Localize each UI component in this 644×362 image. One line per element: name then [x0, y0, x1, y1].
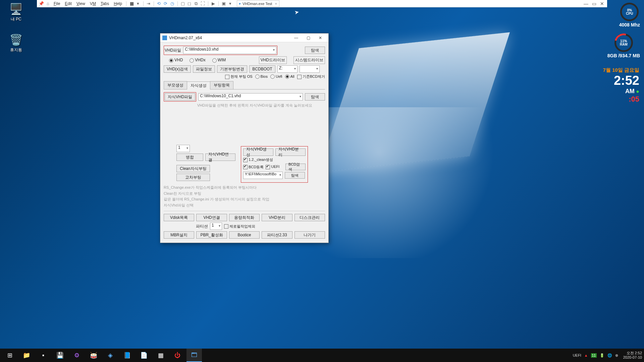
menu-tabs[interactable]: Tabs [99, 1, 111, 7]
browse-button[interactable]: 탐색 [305, 47, 325, 54]
tray-up-icon[interactable]: ▲ [584, 353, 588, 357]
chk-clean[interactable]: 1.2._clean생성 [243, 157, 273, 162]
drum-icon[interactable]: 🥁 [86, 349, 101, 362]
vhd-file-input[interactable]: C:\Windows10.vhd [183, 47, 276, 54]
vm-tab[interactable]: ▸ VHDman.exe Test × [237, 0, 279, 7]
vdisk-list-button[interactable]: Vdisk목록 [164, 214, 194, 221]
chk-remove-bcd[interactable]: 기존BCD제거 [297, 74, 325, 79]
chk-uefi[interactable]: UEFI [266, 165, 279, 169]
pbr-button[interactable]: PBR_활성화 [196, 231, 227, 239]
clean-boot-button[interactable]: Clean자식부팅 [176, 165, 210, 172]
chk-zerofill[interactable]: 제로필작업제외 [224, 224, 255, 229]
vhd-search-button[interactable]: VHD(x)검색 [164, 65, 191, 73]
home-icon[interactable]: ⌂ [45, 1, 51, 7]
close-button[interactable]: ✕ [314, 34, 326, 42]
app1-icon[interactable]: ▦ [153, 349, 168, 362]
child-vhd-button[interactable]: 자식VHD파일 [165, 93, 195, 101]
terminal-icon[interactable]: ▪ [36, 349, 51, 362]
stretch-icon[interactable]: ⛶ [200, 1, 206, 7]
child-vhd-input[interactable]: C:\Windows10_C1.vhd [198, 93, 303, 101]
tray-close-icon[interactable]: ⊗ [615, 353, 618, 358]
file-info-button[interactable]: 파일정보 [193, 65, 215, 73]
tray-badge[interactable]: 11 [591, 353, 597, 358]
vhd-detach-button[interactable]: VHD분리 [262, 214, 292, 221]
bcd-search-button[interactable]: BCD검색 [285, 164, 306, 170]
menu-view[interactable]: View [74, 1, 87, 7]
cpu-icon[interactable]: ⚙ [69, 349, 85, 362]
menu-help[interactable]: Help [112, 1, 124, 7]
system-tray[interactable]: UEFI ▲ 11 🔋 🌐 ⊗ 오전 2:52 2020-07-10 [573, 351, 642, 359]
snapshot-icon[interactable]: ⟲ [156, 1, 162, 7]
boot-change-button[interactable]: 기본부팅변경 [217, 65, 247, 73]
desktop-icon-label: 휴지통 [10, 48, 22, 52]
child-create-button[interactable]: 자식VHD생성 [243, 148, 273, 156]
titlebar[interactable]: VHDman2.07_x64 — ▢ ✕ [160, 34, 328, 42]
snapshot-take-icon[interactable]: ⟳ [163, 1, 169, 7]
count-select[interactable]: 1 [176, 145, 190, 152]
start-button[interactable]: ⊞ [2, 349, 17, 362]
minimize-icon[interactable]: — [582, 0, 590, 7]
bcdboot-button[interactable]: BCDBOOT [249, 65, 275, 73]
vhdman-taskbar-icon[interactable]: 🗔 [186, 349, 202, 362]
maximize-button[interactable]: ▢ [302, 34, 314, 42]
menu-file[interactable]: File [52, 1, 62, 7]
close-icon[interactable]: ✕ [598, 0, 606, 7]
close-tab-icon[interactable]: × [275, 2, 277, 6]
menu-vm[interactable]: VM [88, 1, 98, 7]
disk-mgmt-button[interactable]: 디스크관리 [294, 214, 325, 221]
cross-boot-button[interactable]: 교차부팅 [176, 174, 210, 181]
taskbar-clock[interactable]: 오전 2:52 2020-07-10 [623, 351, 642, 359]
chk-current-os[interactable]: 현재 부팅 OS [225, 74, 253, 79]
chk-bcd-reg[interactable]: BCD등록 [243, 165, 264, 170]
minimize-button[interactable]: — [290, 34, 302, 42]
thumbnail-icon[interactable]: ▣ [221, 1, 227, 7]
multimon-icon[interactable]: ⧉ [193, 1, 199, 7]
partition-select[interactable]: 1 [210, 223, 222, 230]
pin-icon[interactable]: 📌 [38, 1, 44, 7]
drive-select[interactable]: Z: [277, 65, 298, 73]
note-icon[interactable]: 📘 [119, 349, 135, 362]
partition233-button[interactable]: 파티션2.33 [262, 231, 292, 239]
radio-bios[interactable]: Bios [255, 74, 268, 79]
radio-vhdx[interactable]: VHDx [190, 58, 205, 62]
desktop-icon-pc[interactable]: 🖥️ 내 PC [3, 3, 30, 22]
child-detach-button[interactable]: 자식VHD분리 [275, 148, 306, 156]
vhd-file-label: VHD파일 [165, 48, 181, 53]
radio-wim[interactable]: WIM [212, 58, 226, 62]
maximize-icon[interactable]: ▭ [590, 0, 598, 7]
cube-icon[interactable]: ◈ [103, 349, 118, 362]
browse2-button[interactable]: 탐색 [285, 172, 305, 179]
menu-edit[interactable]: Edit [63, 1, 74, 7]
merge-button[interactable]: 병합 [176, 154, 203, 161]
snapshot-manage-icon[interactable]: ◷ [169, 1, 175, 7]
desktop-icon-recycle[interactable]: 🗑️ 휴지통 [3, 34, 30, 53]
radio-vhd[interactable]: VHD [169, 58, 183, 62]
unity-icon[interactable]: ◻ [186, 1, 193, 7]
efi-path-input[interactable]: Y:\EFI\Microsoft\Bo [243, 172, 283, 179]
fullscreen-icon[interactable]: ▢ [180, 1, 186, 7]
dropdown-icon[interactable]: ▾ [135, 1, 141, 7]
radio-uefi2[interactable]: Uefi [270, 74, 282, 79]
disk-icon[interactable]: 💾 [52, 349, 68, 362]
pause-icon[interactable]: ▮▮ [128, 1, 135, 7]
console-icon[interactable]: ▶ [210, 1, 216, 7]
size-opt-button[interactable]: 용량최적화 [229, 214, 260, 221]
network-icon[interactable]: 🌐 [607, 353, 612, 358]
tab-boot[interactable]: 부팅항목 [210, 81, 233, 89]
bootice-button[interactable]: Bootice [229, 231, 260, 239]
child-browse-button[interactable]: 탐색 [305, 93, 325, 101]
sys-drive-select[interactable] [300, 65, 320, 73]
explorer-icon[interactable]: 📁 [19, 349, 34, 362]
dropdown2-icon[interactable]: ▾ [227, 1, 233, 7]
battery-icon[interactable]: 🔋 [600, 353, 604, 358]
child-connect-button[interactable]: 자식VHD연결 [205, 154, 235, 161]
power-icon[interactable]: ⏻ [170, 349, 185, 362]
doc-icon[interactable]: 📄 [136, 349, 152, 362]
tab-parent[interactable]: 부모생성 [164, 81, 187, 89]
send-icon[interactable]: ⇥ [146, 1, 152, 7]
tab-child[interactable]: 자식생성 [187, 81, 210, 89]
exit-button[interactable]: 나가기 [294, 231, 325, 239]
vhd-connect-button[interactable]: VHD연결 [196, 214, 227, 221]
mbr-button[interactable]: MBR설치 [164, 231, 194, 239]
radio-all[interactable]: All [285, 74, 294, 79]
